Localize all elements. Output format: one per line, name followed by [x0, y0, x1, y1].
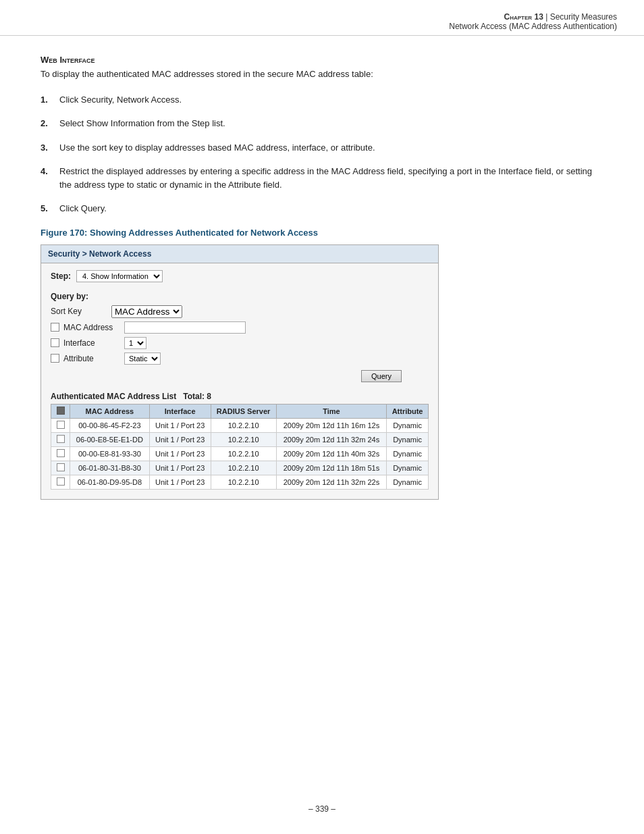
row-checkbox[interactable]: [57, 421, 65, 429]
row-attribute: Dynamic: [387, 446, 429, 461]
figure-caption: Figure 170: Showing Addresses Authentica…: [41, 228, 603, 238]
row-select-cell: [51, 432, 70, 446]
table-row: 06-01-80-D9-95-D8 Unit 1 / Port 23 10.2.…: [51, 475, 429, 489]
step-2-text: Select Show Information from the Step li…: [59, 117, 603, 130]
step-3: 3. Use the sort key to display addresses…: [41, 141, 603, 155]
row-time: 2009y 20m 12d 11h 32m 24s: [276, 432, 386, 446]
row-interface: Unit 1 / Port 23: [149, 461, 211, 475]
interface-field-label: Interface: [63, 338, 124, 348]
row-radius: 10.2.2.10: [211, 432, 276, 446]
row-mac: 06-01-80-31-B8-30: [70, 461, 150, 475]
table-header-row: MAC Address Interface RADIUS Server Time…: [51, 404, 429, 418]
ui-panel-title: Security > Network Access: [41, 245, 438, 263]
select-all-checkbox[interactable]: [57, 407, 65, 415]
intro-text: To display the authenticated MAC address…: [41, 68, 603, 81]
row-time: 2009y 20m 12d 11h 16m 12s: [276, 418, 386, 432]
row-select-cell: [51, 475, 70, 489]
step-5-num: 5.: [41, 202, 59, 215]
query-by-label: Query by:: [51, 292, 429, 301]
row-mac: 06-00-E8-5E-E1-DD: [70, 432, 150, 446]
row-select-cell: [51, 418, 70, 432]
row-checkbox[interactable]: [57, 463, 65, 471]
th-select: [51, 404, 70, 418]
row-time: 2009y 20m 12d 11h 32m 22s: [276, 475, 386, 489]
row-attribute: Dynamic: [387, 475, 429, 489]
interface-row: Interface 1: [51, 337, 429, 349]
step-selector-row: Step: 4. Show Information: [51, 270, 429, 282]
attribute-field-label: Attribute: [63, 354, 124, 363]
header-section: Security Measures: [550, 12, 617, 22]
list-title: Authenticated MAC Address List: [51, 392, 176, 401]
step-selector[interactable]: 4. Show Information: [76, 270, 163, 282]
row-time: 2009y 20m 12d 11h 18m 51s: [276, 461, 386, 475]
page-header: Chapter 13 | Security Measures Network A…: [0, 0, 644, 36]
table-row: 06-00-E8-5E-E1-DD Unit 1 / Port 23 10.2.…: [51, 432, 429, 446]
th-attribute: Attribute: [387, 404, 429, 418]
th-time: Time: [276, 404, 386, 418]
row-checkbox[interactable]: [57, 435, 65, 443]
row-radius: 10.2.2.10: [211, 446, 276, 461]
row-interface: Unit 1 / Port 23: [149, 418, 211, 432]
table-row: 00-00-86-45-F2-23 Unit 1 / Port 23 10.2.…: [51, 418, 429, 432]
page: Chapter 13 | Security Measures Network A…: [0, 0, 644, 834]
page-footer: – 339 –: [0, 804, 644, 814]
row-select-cell: [51, 461, 70, 475]
step-2-num: 2.: [41, 117, 59, 130]
mac-table-body: 00-00-86-45-F2-23 Unit 1 / Port 23 10.2.…: [51, 418, 429, 489]
interface-select[interactable]: 1: [124, 337, 146, 349]
row-mac: 06-01-80-D9-95-D8: [70, 475, 150, 489]
th-radius: RADIUS Server: [211, 404, 276, 418]
step-3-num: 3.: [41, 141, 59, 155]
row-select-cell: [51, 446, 70, 461]
mac-address-table: MAC Address Interface RADIUS Server Time…: [51, 404, 429, 490]
header-subtitle: Network Access (MAC Address Authenticati…: [27, 22, 617, 31]
row-interface: Unit 1 / Port 23: [149, 446, 211, 461]
row-interface: Unit 1 / Port 23: [149, 432, 211, 446]
th-interface: Interface: [149, 404, 211, 418]
header-separator: |: [545, 12, 547, 22]
step-selector-label: Step:: [51, 271, 71, 281]
step-4-num: 4.: [41, 165, 59, 178]
step-1: 1. Click Security, Network Access.: [41, 93, 603, 107]
row-checkbox[interactable]: [57, 477, 65, 486]
list-total: Total: 8: [183, 392, 211, 401]
sort-key-row: Sort Key MAC Address: [51, 305, 429, 318]
step-1-num: 1.: [41, 93, 59, 107]
list-header: Authenticated MAC Address List Total: 8: [51, 389, 429, 401]
step-4-text: Restrict the displayed addresses by ente…: [59, 165, 603, 191]
mac-address-input[interactable]: [124, 321, 246, 334]
step-2: 2. Select Show Information from the Step…: [41, 117, 603, 130]
row-checkbox[interactable]: [57, 449, 65, 457]
row-attribute: Dynamic: [387, 432, 429, 446]
ui-panel: Security > Network Access Step: 4. Show …: [41, 244, 439, 500]
step-4: 4. Restrict the displayed addresses by e…: [41, 165, 603, 191]
mac-address-row: MAC Address: [51, 321, 429, 334]
web-interface-label: Web Interface: [41, 55, 603, 65]
step-5-text: Click Query.: [59, 202, 603, 215]
step-5: 5. Click Query.: [41, 202, 603, 215]
row-mac: 00-00-E8-81-93-30: [70, 446, 150, 461]
mac-address-checkbox[interactable]: [51, 323, 59, 332]
mac-address-field-label: MAC Address: [63, 323, 124, 332]
sort-key-label: Sort Key: [51, 307, 111, 316]
table-row: 06-01-80-31-B8-30 Unit 1 / Port 23 10.2.…: [51, 461, 429, 475]
table-row: 00-00-E8-81-93-30 Unit 1 / Port 23 10.2.…: [51, 446, 429, 461]
step-3-text: Use the sort key to display addresses ba…: [59, 141, 603, 155]
attribute-checkbox[interactable]: [51, 354, 59, 363]
sort-key-select[interactable]: MAC Address: [111, 305, 182, 318]
row-mac: 00-00-86-45-F2-23: [70, 418, 150, 432]
row-radius: 10.2.2.10: [211, 418, 276, 432]
steps-list: 1. Click Security, Network Access. 2. Se…: [41, 93, 603, 215]
interface-checkbox[interactable]: [51, 338, 59, 347]
row-attribute: Dynamic: [387, 418, 429, 432]
ui-panel-body: Step: 4. Show Information Query by: Sort…: [41, 263, 438, 499]
th-mac: MAC Address: [70, 404, 150, 418]
chapter-label: Chapter 13: [504, 12, 543, 22]
main-content: Web Interface To display the authenticat…: [0, 36, 644, 527]
row-time: 2009y 20m 12d 11h 40m 32s: [276, 446, 386, 461]
page-number: – 339 –: [308, 804, 336, 814]
row-attribute: Dynamic: [387, 461, 429, 475]
query-button[interactable]: Query: [361, 370, 402, 382]
attribute-select[interactable]: Static: [124, 353, 161, 365]
row-radius: 10.2.2.10: [211, 475, 276, 489]
